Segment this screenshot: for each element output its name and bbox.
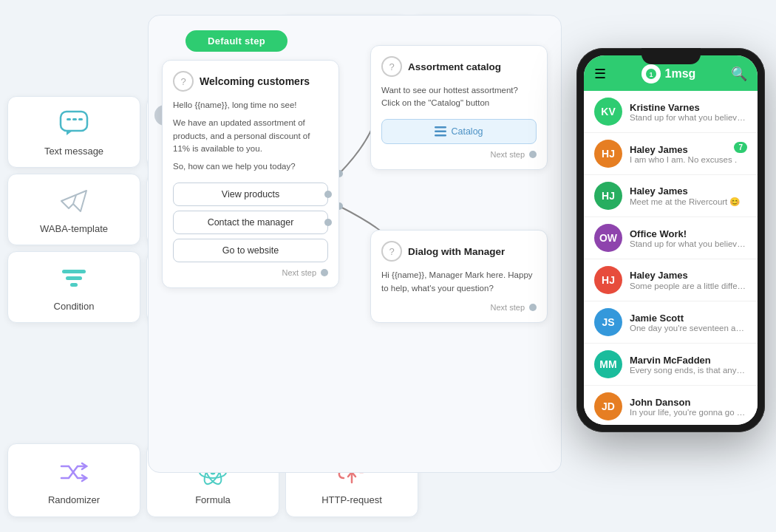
svg-rect-30 (435, 130, 446, 132)
go-to-website-button[interactable]: Go to website (173, 239, 328, 262)
view-products-button[interactable]: View products (173, 183, 328, 206)
svg-rect-4 (61, 112, 87, 131)
welcoming-header: ? Welcoming customers (173, 71, 328, 92)
chat-preview: I am who I am. No excuses . (630, 155, 747, 164)
svg-rect-7 (78, 118, 83, 120)
chat-icon (58, 107, 90, 140)
catalog-button[interactable]: Catalog (381, 119, 537, 144)
dialog-next-dot (529, 304, 537, 311)
chat-preview: Some people are a little different 🔥 (630, 281, 747, 291)
chat-info: Kristine Varnes Stand up for what you be… (630, 102, 747, 122)
chat-item[interactable]: JS Jamie Scott One day you're seventeen … (584, 301, 758, 344)
svg-rect-15 (66, 276, 82, 280)
plane-icon (58, 185, 90, 217)
avatar: JD (594, 392, 622, 420)
dialog-card: ? Dialog with Manager Hi {{name}}, Manag… (370, 230, 548, 323)
chat-preview: Stand up for what you believe in (630, 113, 747, 122)
assortment-info[interactable]: ? (381, 56, 402, 77)
unread-badge: 7 (734, 142, 747, 153)
chat-preview: Meet me at the Rivercourt 😊 (630, 197, 747, 207)
http-label: HTTP-request (321, 494, 382, 505)
chat-preview: Every song ends, is that any reason... (630, 366, 747, 375)
catalog-label: Catalog (451, 126, 483, 137)
chat-list: KV Kristine Varnes Stand up for what you… (584, 91, 758, 425)
avatar: OW (594, 224, 622, 252)
assortment-next-dot (529, 151, 537, 158)
chat-name: Kristine Varnes (630, 102, 747, 113)
svg-rect-5 (67, 118, 71, 120)
dialog-title: Dialog with Manager (408, 246, 505, 257)
assortment-title: Assortment catalog (408, 61, 501, 72)
brand-logo: 1 (641, 64, 661, 83)
randomizer-label: Randomizer (48, 494, 100, 505)
chat-item[interactable]: KV Kristine Varnes Stand up for what you… (584, 91, 758, 133)
tool-waba[interactable]: WABA-template (7, 174, 140, 245)
assortment-header: ? Assortment catalog (381, 56, 537, 77)
chat-item[interactable]: JD John Danson In your life, you're gonn… (584, 386, 758, 425)
waba-label: WABA-template (40, 223, 108, 234)
phone-outer: ☰ 1 1msg 🔍 KV Kristine Varnes Stand up f… (576, 48, 765, 432)
chat-info: Marvin McFadden Every song ends, is that… (630, 355, 747, 375)
connector-dot-2 (324, 219, 332, 226)
chat-preview: One day you're seventeen and... (630, 324, 747, 332)
chat-name: Office Work! (630, 228, 747, 239)
avatar: HJ (594, 140, 622, 168)
dialog-header: ? Dialog with Manager (381, 241, 537, 262)
svg-rect-14 (62, 270, 86, 273)
avatar: HJ (594, 266, 622, 294)
chat-info: Office Work! Stand up for what you belie… (630, 228, 747, 248)
shuffle-icon (58, 456, 90, 488)
avatar: KV (594, 98, 622, 126)
chat-name: Jamie Scott (630, 313, 747, 324)
dialog-info[interactable]: ? (381, 241, 402, 262)
chat-info: John Danson In your life, you're gonna g… (630, 397, 747, 417)
dialog-next-step: Next step (381, 303, 537, 312)
catalog-icon (435, 126, 446, 137)
chat-preview: In your life, you're gonna go to s... (630, 408, 747, 417)
default-step-button[interactable]: Default step (186, 30, 287, 52)
assortment-card: ? Assortment catalog Want to see our hot… (370, 45, 548, 170)
phone-mockup: ☰ 1 1msg 🔍 KV Kristine Varnes Stand up f… (576, 11, 765, 514)
tool-text-message[interactable]: Text message (7, 96, 140, 168)
filter-icon (58, 262, 90, 295)
avatar: HJ (594, 182, 622, 210)
chat-preview: Stand up for what you believe in (630, 239, 747, 248)
chat-item[interactable]: HJ Haley James Meet me at the Rivercourt… (584, 175, 758, 217)
phone-screen: ☰ 1 1msg 🔍 KV Kristine Varnes Stand up f… (584, 55, 758, 425)
svg-marker-8 (67, 131, 72, 135)
chat-info: Jamie Scott One day you're seventeen and… (630, 313, 747, 332)
chat-name: Haley James (630, 185, 747, 197)
chat-item[interactable]: HJ Haley James I am who I am. No excuses… (584, 133, 758, 175)
svg-rect-6 (72, 118, 77, 120)
welcoming-title: Welcoming customers (200, 75, 310, 87)
chat-info: Haley James Some people are a little dif… (630, 270, 747, 291)
svg-rect-29 (435, 126, 446, 129)
chat-item[interactable]: MM Marvin McFadden Every song ends, is t… (584, 344, 758, 386)
chat-name: Haley James (630, 144, 747, 155)
assortment-next-step: Next step (381, 150, 537, 159)
welcoming-next-step: Next step (173, 268, 328, 277)
formula-label: Formula (195, 494, 231, 505)
welcoming-card: ? Welcoming customers Hello {{name}}, lo… (162, 60, 339, 288)
avatar: MM (594, 350, 622, 378)
dialog-body: Hi {{name}}, Manager Mark here. Happy to… (381, 269, 537, 296)
tool-randomizer[interactable]: Randomizer (7, 443, 140, 517)
assortment-body: Want to see our hottest assortment? Clic… (381, 84, 537, 110)
chat-name: Haley James (630, 270, 747, 281)
brand: 1 1msg (641, 64, 696, 83)
chat-info: Haley James Meet me at the Rivercourt 😊 (630, 185, 747, 207)
next-step-dot (321, 269, 328, 276)
chat-item[interactable]: HJ Haley James Some people are a little … (584, 259, 758, 301)
search-icon[interactable]: 🔍 (731, 66, 747, 82)
connector-dot-1 (324, 191, 332, 198)
svg-rect-31 (435, 134, 446, 137)
hamburger-icon[interactable]: ☰ (594, 66, 606, 82)
contact-manager-button[interactable]: Contact the manager (173, 211, 328, 234)
flow-canvas: → Default step ? Welcoming customers Hel… (148, 15, 562, 473)
chat-item[interactable]: OW Office Work! Stand up for what you be… (584, 217, 758, 259)
chat-info: Haley James I am who I am. No excuses . (630, 144, 747, 164)
text-message-label: Text message (44, 146, 103, 157)
tool-condition[interactable]: Condition (7, 251, 140, 323)
welcoming-info[interactable]: ? (173, 71, 194, 92)
avatar: JS (594, 308, 622, 336)
